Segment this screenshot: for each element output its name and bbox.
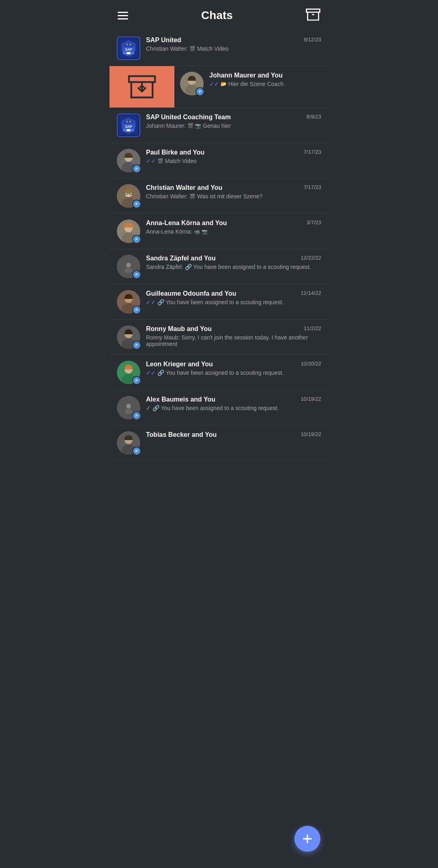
chat-preview: Johann Maurer: 🎬 📷 Genau hier [146,122,321,129]
chat-preview: ✓✓ 🔗 You have been assigned to a scoutin… [146,370,321,376]
platform-badge: P [132,235,141,244]
avatar: P [117,325,140,349]
chat-content: Paul Birke and You 7/17/23 ✓✓ 🎬 Match Vi… [146,149,321,164]
chat-preview: ✓ 🔗 You have been assigned to a scouting… [146,405,321,411]
avatar: P [117,149,140,172]
chat-content: Sandra Zäpfel and You 12/22/22 Sandra Zä… [146,255,321,270]
avatar: P [117,255,140,278]
avatar: ★ ★ SAP [117,37,140,60]
chat-item-active[interactable]: P Johann Maurer and You ✓✓ 📂 Hier die Sz… [110,66,328,108]
chat-content: SAP United Coaching Team 8/9/23 Johann M… [146,114,321,129]
svg-rect-22 [131,129,134,131]
svg-rect-10 [129,76,155,82]
platform-badge: P [195,87,204,96]
menu-button[interactable] [118,12,128,19]
chat-item[interactable]: P Ronny Maub and You 11/2/22 Ronny Maub:… [110,320,328,355]
svg-text:★ ★: ★ ★ [126,120,131,123]
chat-date: 10/19/22 [301,431,321,437]
chat-preview: Christian Walter: 🎬 Match Video [146,45,321,52]
active-icon-section [110,66,174,107]
active-chat-content: P Johann Maurer and You ✓✓ 📂 Hier die Sz… [174,66,328,107]
app-header: Chats [110,0,328,31]
platform-badge: P [132,341,141,350]
svg-text:SAP: SAP [125,47,132,52]
svg-rect-9 [131,52,134,54]
chat-name: Anna-Lena Körna and You [146,219,227,227]
chat-name: Alex Baumeis and You [146,396,215,403]
chat-content: Anna-Lena Körna and You 3/7/23 Anna-Lena… [146,219,321,235]
platform-badge: P [132,376,141,385]
chat-preview: ✓✓ 🎬 Match Video [146,158,321,164]
avatar: P [117,219,140,243]
platform-badge: P [132,200,141,208]
chat-item[interactable]: P Paul Birke and You 7/17/23 ✓✓ 🎬 Match … [110,143,328,178]
svg-text:★ ★: ★ ★ [126,43,131,46]
chat-preview: ✓✓ 🔗 You have been assigned to a scoutin… [146,299,321,305]
chat-item[interactable]: P Alex Baumeis and You 10/19/22 ✓ 🔗 You … [110,390,328,425]
chat-date: 7/17/23 [304,184,321,190]
chat-content: Leon Krieger and You 10/20/22 ✓✓ 🔗 You h… [146,361,321,376]
avatar: P [117,361,140,384]
large-inbox-icon [128,73,156,101]
chat-content: Christian Walter and You 7/17/23 Christi… [146,184,321,200]
platform-badge: P [132,447,141,455]
avatar: ★ ★ SAP [117,114,140,137]
chat-item[interactable]: P Tobias Becker and You 10/19/22 [110,425,328,461]
chat-content: Guilleaume Odounfa and You 11/14/22 ✓✓ 🔗… [146,290,321,305]
avatar: P [117,184,140,208]
chat-date: 11/2/22 [304,325,321,331]
chat-item[interactable]: P Guilleaume Odounfa and You 11/14/22 ✓✓… [110,284,328,320]
avatar: P [117,290,140,314]
chat-name: Leon Krieger and You [146,361,213,368]
chat-date: 3/7/23 [307,219,321,226]
chat-content: Alex Baumeis and You 10/19/22 ✓ 🔗 You ha… [146,396,321,411]
chat-date: 10/20/22 [301,361,321,367]
chat-content: Tobias Becker and You 10/19/22 [146,431,321,440]
chat-name: Guilleaume Odounfa and You [146,290,236,297]
svg-rect-20 [123,129,127,131]
svg-point-48 [126,404,131,408]
chat-preview: Ronny Maub: Sorry, I can't join the sess… [146,334,321,347]
svg-rect-8 [127,52,130,54]
chat-date: 12/22/22 [301,255,321,261]
inbox-button[interactable] [306,7,320,24]
chat-preview: Anna-Lena Körna: 📹 📷 [146,228,321,235]
platform-badge: P [132,270,141,279]
chat-name: SAP United [146,37,181,44]
page-title: Chats [201,9,233,22]
platform-badge: P [132,164,141,173]
chat-content: Ronny Maub and You 11/2/22 Ronny Maub: S… [146,325,321,347]
chat-date: 7/17/23 [304,149,321,155]
chat-preview: ✓✓ 📂 Hier die Szene Coach [209,81,321,87]
chat-item[interactable]: P Sandra Zäpfel and You 12/22/22 Sandra … [110,249,328,284]
chat-list: ★ ★ SAP SAP United 9/12/23 Christian Wal… [110,31,328,461]
chat-content: SAP United 9/12/23 Christian Walter: 🎬 M… [146,37,321,52]
chat-name: SAP United Coaching Team [146,114,231,121]
chat-name: Ronny Maub and You [146,325,212,333]
chat-date: 11/14/22 [301,290,321,296]
chat-name: Sandra Zäpfel and You [146,255,216,262]
platform-badge: P [132,305,141,314]
chat-name: Christian Walter and You [146,184,222,191]
avatar: P [117,431,140,455]
chat-item[interactable]: ★ ★ SAP SAP United 9/12/23 Christian Wal… [110,31,328,66]
svg-text:SAP: SAP [125,125,132,129]
chat-item[interactable]: P Leon Krieger and You 10/20/22 ✓✓ 🔗 You… [110,355,328,390]
chat-item[interactable]: P Anna-Lena Körna and You 3/7/23 Anna-Le… [110,214,328,249]
chat-date: 10/19/22 [301,396,321,402]
chat-preview: Christian Walter: 🎬 Was ist mit dieser S… [146,193,321,200]
chat-date: 8/9/23 [307,114,321,120]
chat-item[interactable]: ★ ★ SAP SAP United Coaching Team 8/9/23 … [110,108,328,143]
chat-name: Johann Maurer and You [209,72,283,79]
chat-date: 9/12/23 [304,37,321,43]
chat-preview: Sandra Zäpfel: 🔗 You have been assigned … [146,264,321,270]
chat-name: Tobias Becker and You [146,431,217,438]
chat-name: Paul Birke and You [146,149,204,156]
chat-item[interactable]: P Christian Walter and You 7/17/23 Chris… [110,178,328,214]
svg-point-36 [126,263,131,267]
svg-rect-21 [127,129,130,131]
avatar: P [117,396,140,419]
svg-rect-7 [123,52,127,54]
platform-badge: P [132,411,141,420]
svg-rect-0 [306,9,320,13]
